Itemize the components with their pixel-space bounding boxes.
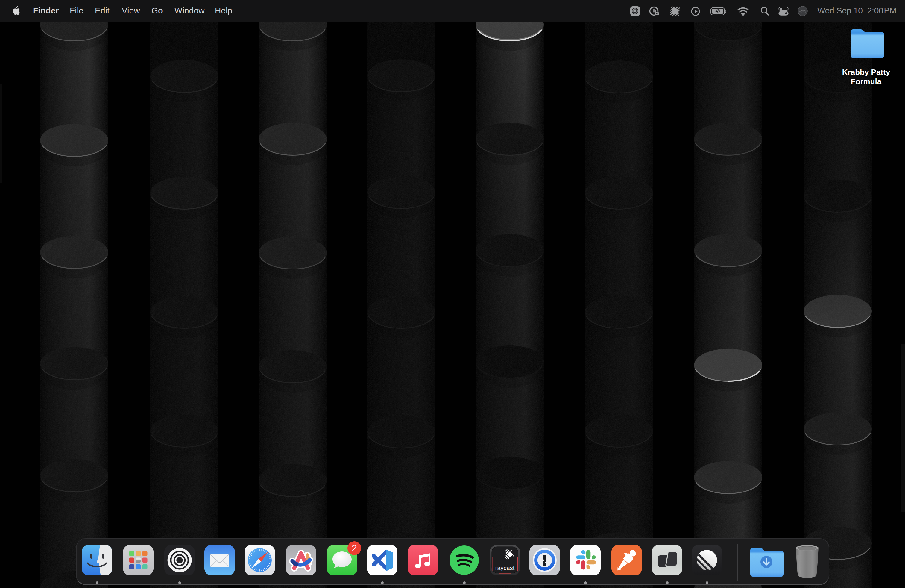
- svg-text:raycast: raycast: [495, 565, 515, 571]
- svg-text:2: 2: [352, 543, 357, 553]
